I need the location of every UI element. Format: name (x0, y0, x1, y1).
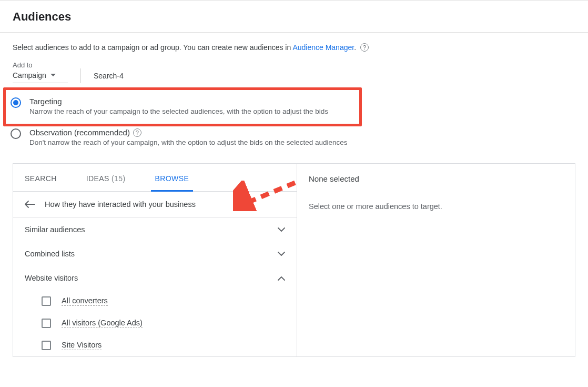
intro-text: Select audiences to add to a campaign or… (0, 33, 588, 55)
chevron-down-icon (278, 227, 285, 232)
radio-observation-desc: Don't narrow the reach of your campaign,… (29, 138, 577, 146)
help-icon[interactable]: ? (133, 128, 141, 137)
website-visitors-sublist: All converters All visitors (Google Ads)… (13, 290, 297, 356)
checkbox[interactable] (42, 341, 51, 350)
panel-left: Search Ideas (15) Browse How they have i… (13, 164, 297, 356)
add-to-selected: Campaign (13, 71, 46, 80)
list-item-all-converters[interactable]: All converters (42, 290, 297, 312)
tab-ideas-count: (15) (111, 174, 126, 183)
category-label: Similar audiences (25, 225, 85, 234)
category-combined-lists[interactable]: Combined lists (13, 242, 297, 266)
radio-observation-text: Observation (recommended) ? Don't narrow… (29, 128, 577, 146)
sub-label: Site Visitors (62, 341, 102, 350)
sub-label: All visitors (Google Ads) (62, 319, 143, 328)
targeting-mode-radios: Targeting Narrow the reach of your campa… (6, 95, 582, 154)
browse-breadcrumb: How they have interacted with your busin… (13, 192, 297, 217)
caret-down-icon (50, 74, 56, 77)
selection-desc: Select one or more audiences to target. (309, 202, 563, 211)
divider (80, 68, 81, 83)
audience-panel: Search Ideas (15) Browse How they have i… (13, 163, 575, 357)
tab-ideas[interactable]: Ideas (15) (86, 164, 126, 191)
radio-targeting-title: Targeting (29, 97, 577, 106)
add-to-block: Add to Campaign (13, 61, 68, 83)
tab-ideas-label: Ideas (86, 174, 109, 183)
breadcrumb-text: How they have interacted with your busin… (45, 200, 196, 209)
category-similar-audiences[interactable]: Similar audiences (13, 217, 297, 242)
radio-observation[interactable]: Observation (recommended) ? Don't narrow… (6, 123, 582, 154)
category-label: Website visitors (25, 274, 78, 282)
campaign-name: Search-4 (94, 72, 124, 83)
category-label: Combined lists (25, 250, 75, 258)
intro-prefix: Select audiences to add to a campaign or… (13, 43, 292, 52)
tab-browse[interactable]: Browse (155, 164, 189, 191)
list-item-site-visitors[interactable]: Site Visitors (42, 334, 297, 356)
radio-observation-title-text: Observation (recommended) (29, 128, 130, 137)
radio-selected-icon (11, 97, 21, 108)
intro-suffix: . (354, 43, 356, 52)
sub-label: All converters (62, 296, 108, 306)
chevron-up-icon (278, 276, 285, 281)
audience-manager-link[interactable]: Audience Manager (292, 43, 354, 52)
category-website-visitors[interactable]: Website visitors (13, 266, 297, 290)
radio-targeting-text: Targeting Narrow the reach of your campa… (29, 97, 577, 115)
selection-title: None selected (309, 174, 563, 183)
add-to-dropdown[interactable]: Campaign (13, 71, 68, 83)
page-header: Audiences (0, 0, 588, 33)
chevron-down-icon (278, 252, 285, 256)
radio-targeting[interactable]: Targeting Narrow the reach of your campa… (6, 95, 582, 123)
radio-observation-title: Observation (recommended) ? (29, 128, 577, 137)
radio-targeting-desc: Narrow the reach of your campaign to the… (29, 107, 577, 115)
add-to-label: Add to (13, 61, 68, 69)
checkbox[interactable] (42, 319, 51, 328)
back-arrow-icon[interactable] (25, 201, 35, 208)
add-to-row: Add to Campaign Search-4 (0, 55, 588, 83)
page-title: Audiences (13, 10, 575, 24)
tab-search[interactable]: Search (25, 164, 57, 191)
panel-right: None selected Select one or more audienc… (297, 164, 575, 356)
list-item-all-visitors[interactable]: All visitors (Google Ads) (42, 312, 297, 334)
radio-unselected-icon (11, 128, 21, 139)
checkbox[interactable] (42, 296, 51, 306)
tab-bar: Search Ideas (15) Browse (13, 164, 297, 192)
help-icon[interactable]: ? (360, 43, 369, 52)
